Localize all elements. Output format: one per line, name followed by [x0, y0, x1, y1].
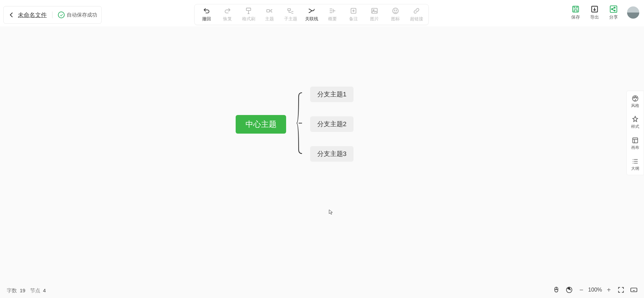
svg-point-6 [393, 8, 399, 14]
mouse-mode-icon[interactable] [552, 286, 560, 294]
action-label: 分享 [609, 14, 618, 20]
side-label: 大纲 [631, 166, 639, 171]
filename[interactable]: 未命名文件 [18, 11, 47, 19]
tool-image[interactable]: 图片 [364, 6, 385, 23]
save-button[interactable]: 保存 [566, 5, 585, 20]
svg-point-8 [396, 10, 397, 10]
action-label: 保存 [571, 14, 580, 20]
tool-topic[interactable]: 主题 [259, 6, 280, 23]
tool-label: 子主题 [284, 16, 297, 22]
tool-icon[interactable]: 图标 [385, 6, 406, 23]
check-icon [58, 12, 65, 18]
export-button[interactable]: 导出 [585, 5, 604, 20]
zoom-level: 100% [588, 287, 602, 293]
svg-rect-2 [288, 9, 291, 10]
connector-bracket [297, 90, 303, 156]
svg-rect-22 [631, 288, 637, 292]
tool-note[interactable]: 备注 [343, 6, 364, 23]
svg-point-16 [634, 97, 635, 98]
canvas-area[interactable]: 中心主题 分支主题1 分支主题2 分支主题3 [0, 26, 644, 298]
sidebar-outline[interactable]: 大纲 [627, 154, 644, 175]
keyboard-icon[interactable] [630, 286, 638, 294]
zoom-out-button[interactable]: − [578, 286, 585, 294]
footer-stats: 字数 19 节点 4 [7, 288, 46, 294]
branch-node-1[interactable]: 分支主题1 [310, 87, 353, 102]
tool-summary[interactable]: 概要 [322, 6, 343, 23]
branch-node-2[interactable]: 分支主题2 [310, 116, 353, 132]
tool-label: 图标 [391, 16, 400, 22]
svg-point-18 [636, 97, 637, 98]
tool-format-painter[interactable]: 格式刷 [238, 6, 259, 23]
locate-icon[interactable] [565, 286, 573, 294]
tool-undo[interactable]: 撤回 [196, 6, 217, 23]
tool-subtopic[interactable]: 子主题 [280, 6, 301, 23]
tool-label: 恢复 [223, 16, 232, 22]
right-sidebar: 风格 样式 画布 大纲 [626, 91, 644, 175]
tool-label: 主题 [265, 16, 274, 22]
tool-label: 图片 [370, 16, 379, 22]
sidebar-canvas[interactable]: 画布 [627, 133, 644, 154]
word-count: 字数 19 [7, 288, 25, 294]
top-right-actions: 保存 导出 分享 [566, 5, 639, 20]
tool-relation[interactable]: 关联线 [301, 6, 322, 23]
svg-rect-9 [573, 6, 578, 12]
tool-label: 格式刷 [242, 16, 255, 22]
tool-label: 关联线 [305, 16, 318, 22]
back-button[interactable] [8, 11, 15, 19]
svg-point-7 [394, 10, 395, 10]
user-avatar[interactable] [627, 6, 639, 19]
tool-label: 概要 [328, 16, 337, 22]
share-button[interactable]: 分享 [604, 5, 623, 20]
side-label: 样式 [631, 124, 639, 130]
svg-rect-1 [267, 9, 270, 12]
action-label: 导出 [590, 14, 599, 20]
tool-label: 备注 [349, 16, 358, 22]
footer-controls: − 100% + [552, 286, 638, 294]
cursor-pointer-icon [328, 209, 334, 214]
node-count: 节点 4 [30, 288, 46, 294]
file-info-panel: 未命名文件 自动保存成功 [3, 6, 102, 24]
save-status: 自动保存成功 [58, 12, 97, 18]
svg-rect-19 [633, 138, 638, 143]
save-status-text: 自动保存成功 [67, 12, 97, 18]
fit-screen-icon[interactable] [617, 286, 625, 294]
tool-hyperlink[interactable]: 超链接 [406, 6, 427, 23]
tool-label: 超链接 [410, 16, 423, 22]
side-label: 画布 [631, 145, 639, 151]
svg-point-17 [635, 96, 636, 97]
divider [52, 12, 52, 18]
sidebar-format[interactable]: 样式 [627, 112, 644, 133]
main-toolbar: 撤回 恢复 格式刷 主题 子主题 关联线 概要 备注 [194, 4, 429, 25]
tool-label: 撤回 [202, 16, 211, 22]
side-label: 风格 [631, 103, 639, 109]
central-topic-node[interactable]: 中心主题 [236, 115, 286, 134]
tool-redo[interactable]: 恢复 [217, 6, 238, 23]
branch-node-3[interactable]: 分支主题3 [310, 146, 353, 162]
zoom-in-button[interactable]: + [605, 286, 612, 294]
sidebar-style[interactable]: 风格 [627, 91, 644, 112]
zoom-control: − 100% + [578, 286, 612, 294]
svg-rect-0 [246, 8, 251, 10]
top-bar: 未命名文件 自动保存成功 撤回 恢复 格式刷 主题 子主题 [0, 0, 644, 26]
svg-rect-4 [372, 8, 378, 14]
